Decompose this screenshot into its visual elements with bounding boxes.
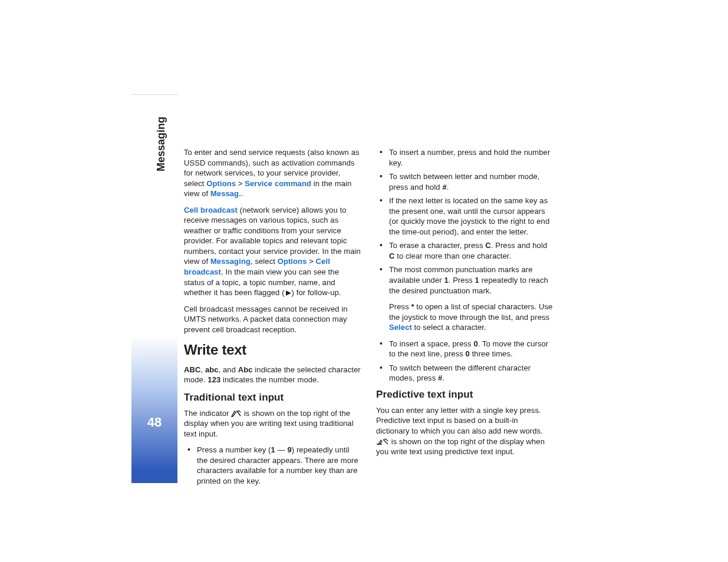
clear-key-icon: C xyxy=(389,252,395,260)
text: > xyxy=(307,257,315,266)
text: , select xyxy=(251,257,278,266)
left-column: To enter and send service requests (also… xyxy=(184,147,361,491)
text: Press xyxy=(389,302,411,311)
link-select: Select xyxy=(389,323,412,332)
link-options: Options xyxy=(206,179,236,188)
pencil-indicator-icon xyxy=(231,410,242,417)
list-item: The most common punctuation marks are av… xyxy=(376,265,553,332)
text-bold: ABC xyxy=(184,365,200,374)
link-options: Options xyxy=(278,257,307,266)
text: . xyxy=(442,373,444,382)
paragraph-cell-broadcast: Cell broadcast (network service) allows … xyxy=(184,205,361,298)
text: ) for follow-up. xyxy=(292,288,341,297)
text: > xyxy=(236,179,245,188)
text: To insert a space, press xyxy=(389,339,473,348)
page-number: 48 xyxy=(131,415,177,430)
text: — xyxy=(275,445,288,454)
key-9-icon: 9 xyxy=(287,445,291,454)
text-bold: abc xyxy=(205,365,219,374)
key-1-icon: 1 xyxy=(475,276,479,285)
text: to clear more than one character. xyxy=(395,252,512,260)
paragraph-umts-note: Cell broadcast messages cannot be receiv… xyxy=(184,304,361,335)
text: to select a character. xyxy=(412,323,486,332)
predictive-indicator-icon xyxy=(376,438,389,445)
right-column: To insert a number, press and hold the n… xyxy=(376,147,553,491)
text: . Press and hold xyxy=(491,241,548,250)
paragraph-ussd: To enter and send service requests (also… xyxy=(184,147,361,199)
section-label: Messaging xyxy=(155,117,167,171)
text: , xyxy=(200,365,205,374)
link-messag: Messag. xyxy=(210,189,241,198)
heading-write-text: Write text xyxy=(184,340,361,359)
list-item: To switch between the different characte… xyxy=(376,363,553,384)
key-1-icon: 1 xyxy=(444,276,448,285)
text-bold: 123 xyxy=(207,375,220,384)
text-bold: Abc xyxy=(238,365,253,374)
flag-icon xyxy=(285,290,292,296)
text: Press a number key ( xyxy=(197,445,271,454)
sidebar: Messaging 48 xyxy=(131,94,177,483)
paragraph-predictive: You can enter any letter with a single k… xyxy=(376,405,553,457)
link-service-command: Service command xyxy=(245,179,311,188)
svg-marker-0 xyxy=(286,290,291,296)
heading-predictive-input: Predictive text input xyxy=(376,388,553,402)
list-item: To insert a space, press 0. To move the … xyxy=(376,339,553,359)
text: three times. xyxy=(470,349,513,358)
key-0-icon: 0 xyxy=(473,339,477,348)
text: You can enter any letter with a single k… xyxy=(376,406,543,435)
key-1-icon: 1 xyxy=(271,445,275,454)
link-cell-broadcast: Cell broadcast xyxy=(184,206,238,214)
text: , and xyxy=(219,365,238,374)
text: To erase a character, press xyxy=(389,241,485,250)
text: . xyxy=(447,183,449,191)
key-0-icon: 0 xyxy=(466,349,470,358)
list-item: Press a number key (1 — 9) repeatedly un… xyxy=(184,445,361,486)
text: is shown on the top right of the display… xyxy=(376,437,545,457)
text: . Press xyxy=(449,276,475,285)
text: indicates the number mode. xyxy=(220,375,319,384)
text: The indicator xyxy=(184,409,231,418)
paragraph-char-modes: ABC, abc, and Abc indicate the selected … xyxy=(184,365,361,385)
list-item: To switch between letter and number mode… xyxy=(376,171,553,192)
list-item: If the next letter is located on the sam… xyxy=(376,196,553,237)
text: To switch between letter and number mode… xyxy=(389,172,540,191)
list-item: To insert a number, press and hold the n… xyxy=(376,147,553,168)
bullet-list-left: Press a number key (1 — 9) repeatedly un… xyxy=(184,445,361,486)
hash-key-icon: # xyxy=(442,183,446,191)
text: To switch between the different characte… xyxy=(389,363,531,383)
text: . xyxy=(241,189,243,198)
paragraph-indicator: The indicator is shown on the top right … xyxy=(184,408,361,439)
page-content: To enter and send service requests (also… xyxy=(184,147,561,491)
list-item: To erase a character, press C. Press and… xyxy=(376,240,553,261)
heading-traditional-input: Traditional text input xyxy=(184,391,361,405)
bullet-list-right: To insert a number, press and hold the n… xyxy=(376,147,553,384)
link-messaging: Messaging xyxy=(210,257,251,266)
clear-key-icon: C xyxy=(485,241,491,250)
